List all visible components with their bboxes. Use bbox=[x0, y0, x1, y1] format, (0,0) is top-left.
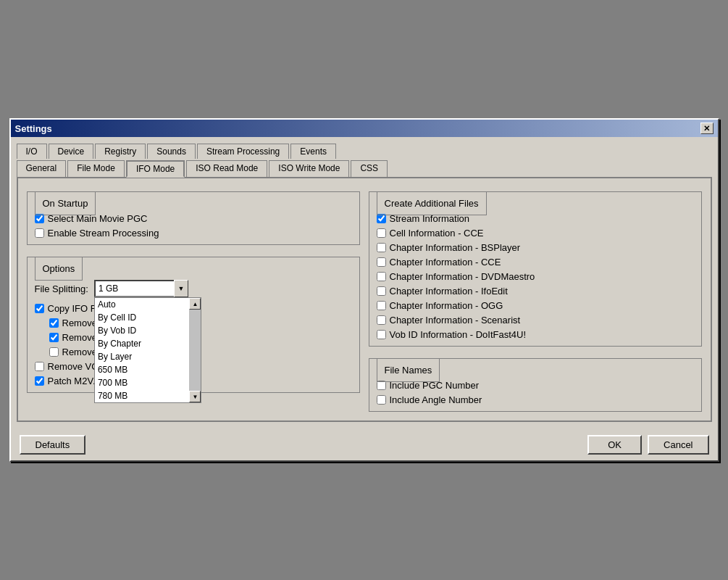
chapter-dvdmaestro-label: Chapter Information - DVDMaestro bbox=[390, 271, 535, 282]
chapter-ifoedit-checkbox[interactable] bbox=[377, 286, 386, 296]
create-files-group: Create Additional Files Stream Informati… bbox=[369, 191, 702, 347]
dropdown-item-by-layer[interactable]: By Layer bbox=[95, 350, 189, 363]
file-names-group: File Names Include PGC Number Include An… bbox=[369, 358, 702, 412]
dialog-footer: Defaults OK Cancel bbox=[11, 428, 718, 460]
tab-general[interactable]: General bbox=[17, 160, 67, 178]
create-file-chapter-ogg: Chapter Information - OGG bbox=[377, 300, 694, 311]
create-file-cell-cce: Cell Information - CCE bbox=[377, 228, 694, 239]
right-panel: Create Additional Files Stream Informati… bbox=[369, 187, 702, 412]
options-group: Options File Splitting: 1 GB ▼ bbox=[27, 257, 360, 393]
file-names-items: Include PGC Number Include Angle Number bbox=[377, 380, 694, 405]
tab-content-panel: On Startup Select Main Movie PGC Enable … bbox=[17, 177, 712, 422]
copy-ifo-checkbox[interactable] bbox=[35, 304, 44, 313]
chapter-bsp-checkbox[interactable] bbox=[377, 243, 386, 252]
close-button[interactable]: ✕ bbox=[700, 123, 714, 134]
enable-stream-checkbox[interactable] bbox=[35, 228, 44, 238]
title-bar: Settings ✕ bbox=[11, 120, 718, 137]
chapter-bsp-label: Chapter Information - BSPlayer bbox=[390, 242, 521, 253]
tab-row-1: I/O Device Registry Sounds Stream Proces… bbox=[17, 143, 712, 158]
tab-row-2: General File Mode IFO Mode ISO Read Mode… bbox=[17, 160, 712, 177]
include-angle-label: Include Angle Number bbox=[390, 394, 482, 405]
chapter-scenarist-checkbox[interactable] bbox=[377, 315, 386, 325]
file-splitting-select-wrapper: 1 GB ▼ Auto By Cell ID bbox=[94, 280, 188, 297]
dropdown-item-by-chapter[interactable]: By Chapter bbox=[95, 337, 189, 350]
chapter-cce-checkbox[interactable] bbox=[377, 257, 386, 267]
create-files-legend: Create Additional Files bbox=[377, 191, 487, 215]
tab-sounds[interactable]: Sounds bbox=[147, 144, 196, 159]
tab-iso-read-mode[interactable]: ISO Read Mode bbox=[186, 160, 267, 178]
dropdown-items-list: Auto By Cell ID By Vob ID By Chapter By … bbox=[95, 298, 189, 402]
chapter-ogg-label: Chapter Information - OGG bbox=[390, 300, 503, 311]
tab-ifo-mode[interactable]: IFO Mode bbox=[126, 160, 185, 178]
create-file-chapter-cce: Chapter Information - CCE bbox=[377, 257, 694, 268]
vob-id-checkbox[interactable] bbox=[377, 330, 386, 339]
cancel-button[interactable]: Cancel bbox=[648, 435, 708, 455]
defaults-button[interactable]: Defaults bbox=[20, 435, 86, 455]
settings-dialog: Settings ✕ I/O Device Registry Sounds St… bbox=[9, 118, 719, 462]
file-splitting-dropdown-arrow[interactable]: ▼ bbox=[174, 280, 188, 297]
create-file-vob-id: Vob ID Information - DoItFast4U! bbox=[377, 329, 694, 340]
footer-right-buttons: OK Cancel bbox=[587, 435, 708, 455]
create-file-chapter-ifoedit: Chapter Information - IfoEdit bbox=[377, 286, 694, 297]
chapter-dvdmaestro-checkbox[interactable] bbox=[377, 272, 386, 281]
file-splitting-dropdown[interactable]: Auto By Cell ID By Vob ID By Chapter By … bbox=[94, 297, 201, 403]
tab-file-mode[interactable]: File Mode bbox=[67, 160, 125, 178]
tab-io[interactable]: I/O bbox=[17, 144, 47, 159]
dialog-body: I/O Device Registry Sounds Stream Proces… bbox=[11, 137, 718, 428]
dropdown-item-auto[interactable]: Auto bbox=[95, 298, 189, 311]
tab-registry[interactable]: Registry bbox=[95, 144, 146, 159]
create-files-items: Stream Information Cell Information - CC… bbox=[377, 213, 694, 340]
remove1-checkbox[interactable] bbox=[49, 318, 59, 328]
tab-stream-processing[interactable]: Stream Processing bbox=[197, 144, 289, 159]
tab-iso-write-mode[interactable]: ISO Write Mode bbox=[269, 160, 349, 178]
scroll-up-button[interactable]: ▲ bbox=[189, 298, 201, 310]
enable-stream-label: Enable Stream Processing bbox=[48, 228, 159, 239]
file-splitting-row: File Splitting: 1 GB ▼ bbox=[35, 280, 352, 297]
tab-events[interactable]: Events bbox=[290, 144, 336, 159]
remove3-checkbox[interactable] bbox=[49, 347, 59, 357]
chapter-ogg-checkbox[interactable] bbox=[377, 301, 386, 310]
include-angle-checkbox[interactable] bbox=[377, 395, 386, 405]
dropdown-item-by-cell-id[interactable]: By Cell ID bbox=[95, 311, 189, 324]
chapter-ifoedit-label: Chapter Information - IfoEdit bbox=[390, 286, 508, 297]
on-startup-legend: On Startup bbox=[35, 191, 96, 215]
dropdown-item-700mb[interactable]: 700 MB bbox=[95, 376, 189, 389]
scroll-track bbox=[189, 310, 201, 391]
on-startup-group: On Startup Select Main Movie PGC Enable … bbox=[27, 191, 360, 245]
vob-id-label: Vob ID Information - DoItFast4U! bbox=[390, 329, 527, 340]
dropdown-scrollbar: ▲ ▼ bbox=[189, 298, 201, 402]
file-names-legend: File Names bbox=[377, 358, 440, 382]
create-file-chapter-bsp: Chapter Information - BSPlayer bbox=[377, 242, 694, 253]
cell-cce-checkbox[interactable] bbox=[377, 228, 386, 238]
patch-m2v-checkbox[interactable] bbox=[35, 376, 44, 386]
ok-button[interactable]: OK bbox=[587, 435, 642, 455]
dropdown-item-by-vob-id[interactable]: By Vob ID bbox=[95, 324, 189, 337]
chapter-scenarist-label: Chapter Information - Scenarist bbox=[390, 315, 521, 326]
options-legend: Options bbox=[35, 257, 83, 281]
tab-css[interactable]: CSS bbox=[351, 160, 388, 178]
dropdown-item-650mb[interactable]: 650 MB bbox=[95, 363, 189, 376]
remove2-checkbox[interactable] bbox=[49, 333, 59, 342]
dropdown-item-780mb[interactable]: 780 MB bbox=[95, 389, 189, 402]
create-file-chapter-dvdmaestro: Chapter Information - DVDMaestro bbox=[377, 271, 694, 282]
remove-vc-checkbox[interactable] bbox=[35, 362, 44, 371]
include-angle-row: Include Angle Number bbox=[377, 394, 694, 405]
chapter-cce-label: Chapter Information - CCE bbox=[390, 257, 501, 268]
dropdown-scrollbar-container: Auto By Cell ID By Vob ID By Chapter By … bbox=[95, 298, 201, 402]
create-file-chapter-scenarist: Chapter Information - Scenarist bbox=[377, 315, 694, 326]
panels-area: On Startup Select Main Movie PGC Enable … bbox=[27, 187, 702, 412]
left-panel: On Startup Select Main Movie PGC Enable … bbox=[27, 187, 360, 412]
file-splitting-label: File Splitting: bbox=[35, 283, 88, 294]
dialog-title: Settings bbox=[15, 123, 52, 134]
scroll-down-button[interactable]: ▼ bbox=[189, 391, 201, 402]
enable-stream-row: Enable Stream Processing bbox=[35, 228, 352, 239]
cell-cce-label: Cell Information - CCE bbox=[390, 228, 484, 239]
tab-device[interactable]: Device bbox=[49, 144, 94, 159]
